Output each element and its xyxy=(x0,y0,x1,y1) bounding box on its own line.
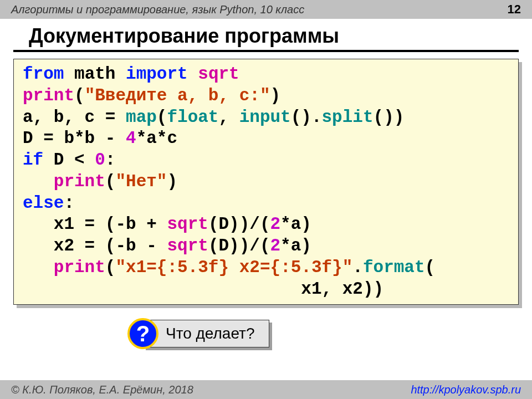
code-line-8: x1 = (-b + sqrt(D))/(2*a) xyxy=(23,214,509,236)
question-badge-icon: ? xyxy=(127,318,158,349)
code-line-11: x1, x2)) xyxy=(23,279,509,300)
footer-copyright: © К.Ю. Поляков, Е.А. Ерёмин, 2018 xyxy=(11,383,193,396)
footer-bar: © К.Ю. Поляков, Е.А. Ерёмин, 2018 http:/… xyxy=(0,380,532,399)
header-bar: Алгоритмы и программирование, язык Pytho… xyxy=(0,0,532,19)
code-line-2: print("Введите a, b, c:") xyxy=(23,85,509,107)
code-line-10: print("x1={:5.3f} x2={:5.3f}".format( xyxy=(23,257,509,279)
code-line-1: from math import sqrt xyxy=(23,64,509,85)
code-line-5: if D < 0: xyxy=(23,150,509,171)
page-number: 12 xyxy=(508,2,521,17)
code-line-4: D = b*b - 4*a*c xyxy=(23,128,509,150)
code-line-6: print("Нет") xyxy=(23,171,509,193)
question-row: ? Что делает? xyxy=(127,318,532,349)
question-text: Что делает? xyxy=(143,320,269,347)
code-line-7: else: xyxy=(23,193,509,214)
code-line-3: a, b, c = map(float, input().split()) xyxy=(23,107,509,129)
code-box: from math import sqrt print("Введите a, … xyxy=(13,59,519,305)
code-line-9: x2 = (-b - sqrt(D))/(2*a) xyxy=(23,236,509,257)
slide-title: Документирование программы xyxy=(13,19,519,52)
course-text: Алгоритмы и программирование, язык Pytho… xyxy=(11,3,304,16)
footer-url: http://kpolyakov.spb.ru xyxy=(411,383,521,396)
